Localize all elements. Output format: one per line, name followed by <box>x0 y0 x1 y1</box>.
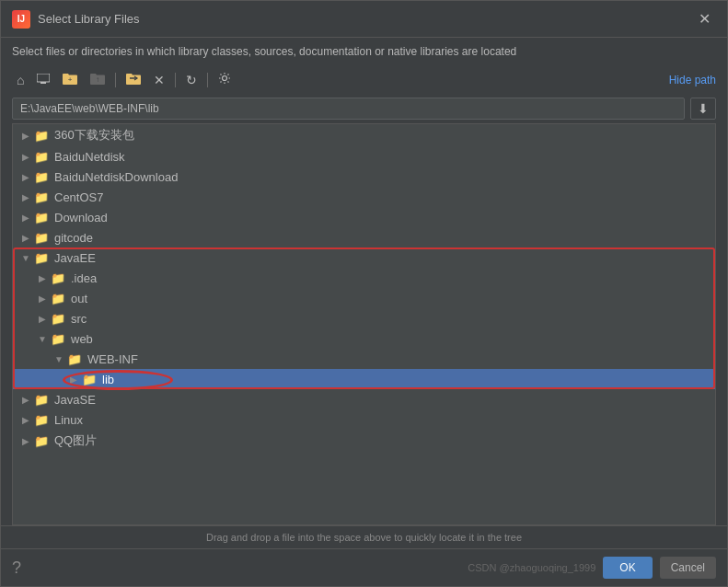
folder-icon-baidu: 📁 <box>33 150 50 163</box>
svg-text:+: + <box>68 75 73 84</box>
svg-rect-0 <box>37 74 50 82</box>
item-label-download: Download <box>54 211 108 224</box>
folder-icon-javaee: 📁 <box>33 251 50 264</box>
folder-icon-webinf: 📁 <box>66 352 83 365</box>
item-label-javase: JavaSE <box>54 393 96 407</box>
svg-text:↑: ↑ <box>96 75 99 84</box>
toolbar-buttons: ⌂ + ↑ ✕ ↻ <box>12 69 236 90</box>
toggle-360[interactable]: ▶ <box>18 128 33 143</box>
delete-button[interactable]: ✕ <box>149 70 169 90</box>
footer: ? CSDN @zhaoguoqing_1999 OK Cancel <box>1 548 727 586</box>
toggle-baidudownload[interactable]: ▶ <box>18 169 33 184</box>
title-bar: IJ Select Library Files ✕ <box>1 1 727 38</box>
folder-icon-download: 📁 <box>33 211 50 224</box>
item-label-gitcode: gitcode <box>54 231 93 245</box>
folder-icon-src: 📁 <box>50 312 66 325</box>
tree-item-javase[interactable]: ▶ 📁 JavaSE <box>13 389 715 409</box>
toggle-webinf[interactable]: ▼ <box>52 351 66 366</box>
toggle-idea[interactable]: ▶ <box>35 270 50 285</box>
tree-item-webinf[interactable]: ▼ 📁 WEB-INF <box>13 349 715 369</box>
refresh-button[interactable]: ↻ <box>181 70 202 90</box>
tree-item-web[interactable]: ▼ 📁 web <box>13 328 715 349</box>
toolbar-divider3 <box>207 73 208 87</box>
item-label-baidu: BaiduNetdisk <box>54 150 125 164</box>
status-text: Drag and drop a file into the space abov… <box>206 532 522 543</box>
dialog-subtitle: Select files or directories in which lib… <box>1 38 727 65</box>
tree-item-out[interactable]: ▶ 📁 out <box>13 288 715 308</box>
toggle-download[interactable]: ▶ <box>18 210 33 224</box>
tree-item-360[interactable]: ▶ 📁 360下载安装包 <box>13 124 715 146</box>
content-area: ▶ 📁 360下载安装包 ▶ 📁 BaiduNetdisk ▶ 📁 BaiduN… <box>1 123 727 525</box>
file-tree[interactable]: ▶ 📁 360下载安装包 ▶ 📁 BaiduNetdisk ▶ 📁 BaiduN… <box>12 123 716 525</box>
item-label-webinf: WEB-INF <box>87 352 138 366</box>
path-download-button[interactable]: ⬇ <box>690 98 716 120</box>
folder-icon-qqpic: 📁 <box>33 434 50 447</box>
new-folder-disabled-button[interactable]: ↑ <box>86 70 110 90</box>
path-input[interactable] <box>12 98 685 120</box>
home-button[interactable]: ⌂ <box>12 70 29 90</box>
tree-item-lib[interactable]: ▶ 📁 lib <box>13 369 715 389</box>
tree-item-download[interactable]: ▶ 📁 Download <box>13 207 715 227</box>
folder-icon-idea: 📁 <box>50 271 66 284</box>
tree-item-baidu[interactable]: ▶ 📁 BaiduNetdisk <box>13 146 715 167</box>
toggle-web[interactable]: ▼ <box>35 331 50 346</box>
toolbar-divider <box>115 73 116 87</box>
folder-icon-360: 📁 <box>33 129 50 142</box>
folder-icon-javase: 📁 <box>33 393 50 406</box>
tree-item-javaee[interactable]: ▼ 📁 JavaEE <box>13 247 715 268</box>
ok-button[interactable]: OK <box>603 557 652 579</box>
tree-item-idea[interactable]: ▶ 📁 .idea <box>13 268 715 288</box>
toolbar: ⌂ + ↑ ✕ ↻ Hide <box>1 65 727 94</box>
footer-right: CSDN @zhaoguoqing_1999 OK Cancel <box>468 557 716 579</box>
toolbar-divider2 <box>175 73 176 87</box>
item-label-baidudownload: BaiduNetdiskDownload <box>54 170 178 184</box>
desktop-button[interactable] <box>32 70 54 90</box>
toggle-out[interactable]: ▶ <box>35 291 50 305</box>
tree-item-linux[interactable]: ▶ 📁 Linux <box>13 409 715 430</box>
toggle-linux[interactable]: ▶ <box>18 412 33 427</box>
item-label-out: out <box>71 292 87 305</box>
dialog-title: Select Library Files <box>38 12 140 26</box>
close-button[interactable]: ✕ <box>693 8 716 29</box>
item-label-javaee: JavaEE <box>54 251 96 265</box>
toggle-javaee[interactable]: ▼ <box>18 250 33 265</box>
app-icon: IJ <box>12 10 30 29</box>
item-label-idea: .idea <box>71 271 97 285</box>
title-bar-left: IJ Select Library Files <box>12 10 140 29</box>
settings-button[interactable] <box>214 69 236 90</box>
folder-icon-linux: 📁 <box>33 413 50 426</box>
toggle-baidu[interactable]: ▶ <box>18 149 33 164</box>
folder-icon-gitcode: 📁 <box>33 231 50 244</box>
svg-point-5 <box>223 76 227 81</box>
tree-item-gitcode[interactable]: ▶ 📁 gitcode <box>13 227 715 247</box>
item-label-qqpic: QQ图片 <box>54 432 97 449</box>
folder-icon-web: 📁 <box>50 332 66 345</box>
toggle-gitcode[interactable]: ▶ <box>18 230 33 245</box>
cancel-button[interactable]: Cancel <box>660 557 716 579</box>
select-library-files-dialog: IJ Select Library Files ✕ Select files o… <box>0 0 728 587</box>
help-button[interactable]: ? <box>12 558 21 578</box>
toggle-src[interactable]: ▶ <box>35 311 50 326</box>
tree-item-baidudownload[interactable]: ▶ 📁 BaiduNetdiskDownload <box>13 167 715 187</box>
item-label-lib: lib <box>102 373 114 386</box>
folder-icon-centos: 📁 <box>33 190 50 203</box>
watermark: CSDN @zhaoguoqing_1999 <box>468 562 595 573</box>
toggle-javase[interactable]: ▶ <box>18 392 33 407</box>
svg-rect-1 <box>40 82 46 84</box>
item-label-linux: Linux <box>54 413 83 427</box>
item-label-src: src <box>71 312 87 326</box>
toggle-centos[interactable]: ▶ <box>18 190 33 204</box>
new-folder-button[interactable]: + <box>58 70 82 90</box>
folder-icon-lib: 📁 <box>81 373 98 386</box>
toggle-lib[interactable]: ▶ <box>66 372 81 386</box>
tree-item-src[interactable]: ▶ 📁 src <box>13 308 715 328</box>
tree-item-centos[interactable]: ▶ 📁 CentOS7 <box>13 187 715 207</box>
hide-path-button[interactable]: Hide path <box>669 74 716 86</box>
item-label-web: web <box>71 332 93 346</box>
item-label-360: 360下载安装包 <box>54 127 134 144</box>
path-bar: ⬇ <box>1 94 727 123</box>
move-button[interactable] <box>121 70 145 90</box>
item-label-centos: CentOS7 <box>54 190 103 204</box>
tree-item-qqpic[interactable]: ▶ 📁 QQ图片 <box>13 430 715 452</box>
toggle-qqpic[interactable]: ▶ <box>18 433 33 448</box>
